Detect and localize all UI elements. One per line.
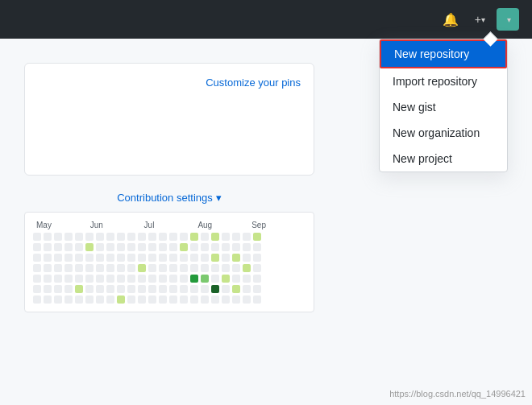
contrib-day [190,275,198,283]
contrib-day [54,285,62,293]
contrib-day [96,285,104,293]
contribution-section: Contribution settings ▾ May Jun Jul Aug … [24,192,314,312]
contrib-day [75,275,83,283]
contrib-day [243,233,251,241]
contrib-day [211,295,219,304]
contrib-week [201,233,209,304]
contrib-day [75,233,83,241]
contrib-day [253,254,261,262]
contrib-day [232,264,240,272]
contrib-day [75,264,83,272]
contrib-day [148,233,156,241]
contrib-day [148,254,156,262]
contrib-day [253,264,261,272]
contrib-day [180,233,188,241]
contrib-week [106,233,114,304]
new-menu-button[interactable]: + ▾ [470,10,490,29]
contrib-day [44,264,52,272]
contrib-day [117,285,125,293]
contrib-day [243,295,251,304]
contrib-week [159,233,167,304]
contrib-day [201,233,209,241]
contrib-week [190,233,198,304]
contrib-day [253,243,261,251]
contrib-week [117,233,125,304]
contrib-day [222,243,230,251]
contrib-day [159,285,167,293]
contrib-day [33,243,41,251]
contrib-day [127,254,135,262]
month-label-may: May [36,221,90,229]
contrib-day [44,285,52,293]
contribution-settings-caret: ▾ [216,192,222,204]
contrib-day [75,254,83,262]
contrib-day [190,243,198,251]
contrib-day [169,295,177,304]
menu-item-new-project[interactable]: New project [380,146,507,172]
contrib-day [253,285,261,293]
avatar-caret-icon: ▾ [507,15,511,24]
contrib-day [64,295,73,304]
contrib-day [232,295,240,304]
contribution-graph: May Jun Jul Aug Sep [24,212,314,312]
menu-item-new-repository[interactable]: New repository [380,39,507,68]
contrib-day [96,233,104,241]
contrib-day [138,275,146,283]
contrib-day [190,233,198,241]
contrib-day [44,233,52,241]
contrib-day [75,285,83,293]
contrib-day [138,233,146,241]
contrib-week [211,233,219,304]
contrib-day [117,264,125,272]
contrib-week [253,233,261,304]
contribution-settings-button[interactable]: Contribution settings ▾ [24,192,314,204]
contrib-day [169,233,177,241]
contrib-week [96,233,104,304]
contrib-day [106,254,114,262]
contrib-day [106,264,114,272]
contrib-day [33,264,41,272]
menu-item-new-organization[interactable]: New organization [380,120,507,146]
contrib-day [127,295,135,304]
notifications-button[interactable]: 🔔 [438,9,463,31]
contrib-day [180,275,188,283]
contrib-day [190,254,198,262]
contrib-week [169,233,177,304]
contrib-day [127,275,135,283]
contrib-week [44,233,52,304]
contrib-day [85,264,94,272]
contrib-day [201,254,209,262]
contrib-day [232,275,240,283]
contrib-week [180,233,188,304]
contrib-day [180,285,188,293]
contrib-day [232,243,240,251]
contrib-day [85,285,94,293]
contrib-day [243,264,251,272]
contrib-day [85,233,94,241]
contrib-day [201,295,209,304]
contrib-day [138,285,146,293]
contrib-day [253,233,261,241]
contrib-day [180,264,188,272]
customize-pins-link[interactable]: Customize your pins [38,76,301,89]
contrib-day [169,254,177,262]
month-label-aug: Aug [197,221,251,229]
contrib-day [85,243,94,251]
new-menu-dropdown: New repositoryImport repositoryNew gistN… [379,39,508,172]
contrib-day [169,275,177,283]
contrib-day [180,295,188,304]
menu-item-import-repository[interactable]: Import repository [380,68,507,94]
month-label-jun: Jun [90,221,144,229]
contrib-day [201,243,209,251]
contrib-day [44,243,52,251]
contrib-day [159,254,167,262]
menu-item-new-gist[interactable]: New gist [380,94,507,120]
user-menu-button[interactable]: ▾ [497,8,519,31]
contrib-day [232,233,240,241]
contrib-day [222,233,230,241]
contrib-day [232,254,240,262]
contrib-day [75,243,83,251]
contrib-day [159,264,167,272]
contrib-day [190,285,198,293]
month-label-sep: Sep [251,221,305,229]
